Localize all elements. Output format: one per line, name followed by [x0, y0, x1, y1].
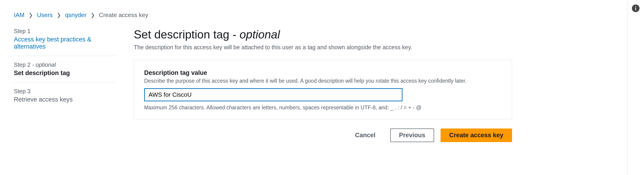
wizard-step-2: Step 2 - optional Set description tag: [14, 56, 115, 82]
breadcrumb: IAM ❯ Users ❯ qsnyder ❯ Create access ke…: [0, 0, 644, 19]
info-icon[interactable]: [632, 4, 640, 12]
step-title: Set description tag: [14, 70, 115, 77]
description-tag-input[interactable]: [144, 88, 402, 101]
cancel-button[interactable]: Cancel: [347, 129, 384, 142]
chevron-right-icon: ❯: [57, 12, 61, 18]
wizard-actions: Cancel Previous Create access key: [134, 129, 512, 142]
field-hint: Maximum 256 characters. Allowed characte…: [144, 105, 502, 111]
wizard-steps-sidebar: Step 1 Access key best practices & alter…: [14, 28, 115, 142]
chevron-right-icon: ❯: [28, 12, 33, 18]
step-label-text: Step 2: [14, 61, 30, 68]
svg-rect-1: [636, 7, 636, 10]
vertical-divider: [628, 0, 628, 175]
page-title-optional: optional: [240, 28, 280, 41]
page-title-sep: -: [229, 28, 240, 41]
main-content: Set description tag - optional The descr…: [134, 28, 512, 142]
wizard-step-1[interactable]: Step 1 Access key best practices & alter…: [14, 28, 115, 56]
page-title: Set description tag - optional: [134, 28, 512, 41]
page-title-main: Set description tag: [134, 28, 229, 41]
svg-point-2: [635, 6, 636, 7]
previous-button[interactable]: Previous: [390, 129, 434, 142]
breadcrumb-qsnyder[interactable]: qsnyder: [65, 11, 86, 19]
page-subtitle: The description for this access key will…: [134, 44, 512, 51]
chevron-right-icon: ❯: [91, 12, 95, 18]
field-description: Describe the purpose of this access key …: [144, 78, 502, 84]
step-label: Step 1: [14, 28, 115, 34]
step-optional-suffix: - optional: [30, 61, 56, 68]
step-title: Retrieve access keys: [14, 96, 115, 103]
field-label: Description tag value: [144, 69, 502, 76]
create-access-key-button[interactable]: Create access key: [440, 129, 512, 142]
step-label: Step 2 - optional: [14, 61, 115, 68]
breadcrumb-current: Create access key: [99, 11, 148, 19]
breadcrumb-users[interactable]: Users: [37, 11, 52, 19]
wizard-step-3: Step 3 Retrieve access keys: [14, 82, 115, 109]
step-label: Step 3: [14, 88, 115, 95]
step-title[interactable]: Access key best practices & alternatives: [14, 36, 115, 50]
breadcrumb-iam[interactable]: IAM: [14, 11, 24, 19]
description-tag-panel: Description tag value Describe the purpo…: [134, 60, 512, 119]
